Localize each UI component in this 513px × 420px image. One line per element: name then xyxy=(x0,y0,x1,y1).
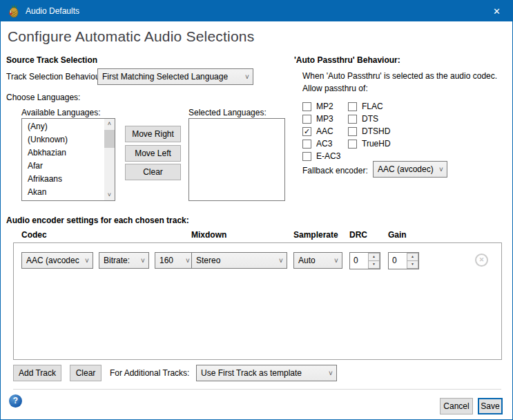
passthru-option-dts[interactable]: DTS xyxy=(348,115,391,124)
gain-stepper[interactable]: 0 ▲ ▼ xyxy=(388,252,419,269)
cancel-button[interactable]: Cancel xyxy=(440,398,473,414)
checkbox-checked-icon[interactable]: ✓ xyxy=(302,127,311,136)
passthru-option-flac[interactable]: FLAC xyxy=(348,102,391,111)
chevron-down-icon: ˅ xyxy=(331,257,342,265)
checkbox-icon[interactable] xyxy=(302,152,311,161)
checkbox-label: FLAC xyxy=(362,102,383,111)
clear-languages-button[interactable]: Clear xyxy=(125,164,181,180)
auto-passthru-section-title: 'Auto Passthru' Behaviour: xyxy=(294,55,400,65)
codec-column-header: Codec xyxy=(21,230,47,240)
passthru-checkbox-column-1: MP2MP3✓AACAC3E-AC3 xyxy=(302,102,340,161)
available-languages-list[interactable]: (Any)(Unknown)AbkhazianAfarAfrikaansAkan… xyxy=(21,118,115,201)
passthru-option-truehd[interactable]: TrueHD xyxy=(348,140,391,149)
checkbox-icon[interactable] xyxy=(302,140,311,149)
spin-down-icon[interactable]: ▼ xyxy=(368,260,380,269)
page-title: Configure Automatic Audio Selections xyxy=(8,28,254,45)
list-item[interactable]: (Unknown) xyxy=(22,133,104,146)
scroll-down-icon[interactable]: ˅ xyxy=(104,190,115,200)
checkbox-label: MP3 xyxy=(316,115,333,124)
drc-stepper[interactable]: 0 ▲ ▼ xyxy=(349,252,380,269)
choose-languages-label: Choose Languages: xyxy=(6,93,80,102)
bitrate-select[interactable]: 160 ˅ xyxy=(155,252,194,269)
save-button[interactable]: Save xyxy=(478,398,503,414)
spin-down-icon[interactable]: ▼ xyxy=(407,260,418,269)
fallback-encoder-select[interactable]: AAC (avcodec) ˅ xyxy=(373,161,447,178)
list-item[interactable]: Afrikaans xyxy=(22,173,104,186)
codec-select[interactable]: AAC (avcodec ˅ xyxy=(21,252,93,269)
close-icon[interactable]: ✕ xyxy=(481,1,512,21)
mixdown-value: Stereo xyxy=(192,256,275,265)
checkbox-icon[interactable] xyxy=(348,127,357,136)
list-item[interactable]: Afar xyxy=(22,160,104,173)
list-item[interactable]: Akan xyxy=(22,186,104,199)
selected-languages-list[interactable] xyxy=(188,118,285,201)
checkbox-label: AAC xyxy=(316,127,333,136)
checkbox-icon[interactable] xyxy=(348,102,357,111)
additional-tracks-label: For Additional Tracks: xyxy=(110,368,189,378)
additional-tracks-select[interactable]: Use First Track as template ˅ xyxy=(196,365,337,381)
chevron-down-icon: ˅ xyxy=(436,166,447,173)
checkbox-icon[interactable] xyxy=(302,115,311,124)
move-left-button[interactable]: Move Left xyxy=(125,145,181,162)
selected-languages-label: Selected Languages: xyxy=(188,108,267,117)
passthru-option-aac[interactable]: ✓AAC xyxy=(302,127,340,136)
additional-tracks-value: Use First Track as template xyxy=(197,368,325,378)
available-languages-label: Available Languages: xyxy=(21,108,101,117)
passthru-option-mp3[interactable]: MP3 xyxy=(302,115,340,124)
fallback-encoder-value: AAC (avcodec) xyxy=(374,164,436,174)
audio-defaults-dialog: Audio Defaults ✕ Configure Automatic Aud… xyxy=(0,0,513,420)
samplerate-column-header: Samplerate xyxy=(293,230,338,240)
mixdown-column-header: Mixdown xyxy=(191,230,226,240)
scroll-up-icon[interactable]: ˄ xyxy=(104,119,115,129)
handbrake-logo-icon xyxy=(7,4,21,18)
clear-tracks-button[interactable]: Clear xyxy=(70,365,101,381)
add-track-button[interactable]: Add Track xyxy=(13,365,61,381)
samplerate-value: Auto xyxy=(294,256,331,265)
drc-value: 0 xyxy=(350,253,368,269)
auto-passthru-description-2: Allow passthru of: xyxy=(302,84,368,93)
checkbox-icon[interactable] xyxy=(348,115,357,124)
checkbox-icon[interactable] xyxy=(348,140,357,149)
passthru-checkbox-column-2: FLACDTSDTSHDTrueHD xyxy=(348,102,391,149)
checkbox-label: AC3 xyxy=(316,140,332,149)
help-icon[interactable]: ? xyxy=(9,394,22,408)
passthru-option-e-ac3[interactable]: E-AC3 xyxy=(302,152,340,161)
drc-spin-buttons: ▲ ▼ xyxy=(368,253,380,269)
passthru-option-dtshd[interactable]: DTSHD xyxy=(348,127,391,136)
auto-passthru-description-1: When 'Auto Passthru' is selected as the … xyxy=(302,71,497,81)
chevron-down-icon: ˅ xyxy=(81,257,93,265)
move-right-button[interactable]: Move Right xyxy=(125,126,181,142)
track-selection-behaviour-value: First Matching Selected Language xyxy=(98,72,242,82)
window-title: Audio Defaults xyxy=(26,1,79,21)
passthru-option-mp2[interactable]: MP2 xyxy=(302,102,340,111)
checkbox-label: DTSHD xyxy=(362,127,390,136)
gain-value: 0 xyxy=(389,253,407,269)
bitrate-type-select[interactable]: Bitrate: ˅ xyxy=(99,252,149,269)
passthru-option-ac3[interactable]: AC3 xyxy=(302,140,340,149)
track-selection-behaviour-select[interactable]: First Matching Selected Language ˅ xyxy=(97,68,253,85)
drc-column-header: DRC xyxy=(349,230,367,240)
samplerate-select[interactable]: Auto ˅ xyxy=(293,252,342,269)
spin-up-icon[interactable]: ▲ xyxy=(407,253,418,260)
gain-spin-buttons: ▲ ▼ xyxy=(407,253,418,269)
checkbox-label: E-AC3 xyxy=(316,152,340,161)
track-selection-behaviour-label: Track Selection Behaviour: xyxy=(6,72,105,82)
available-languages-scrollbar[interactable]: ˄ ˅ xyxy=(104,119,115,200)
checkbox-icon[interactable] xyxy=(302,102,311,111)
scrollbar-thumb[interactable] xyxy=(104,130,115,148)
checkbox-label: MP2 xyxy=(316,102,333,111)
spin-up-icon[interactable]: ▲ xyxy=(368,253,380,260)
encoder-settings-section-title: Audio encoder settings for each chosen t… xyxy=(6,216,189,225)
fallback-encoder-label: Fallback encoder: xyxy=(302,166,368,175)
list-item[interactable]: Abkhazian xyxy=(22,146,104,160)
bitrate-value: 160 xyxy=(155,256,182,265)
chevron-down-icon: ˅ xyxy=(137,257,148,265)
mixdown-select[interactable]: Stereo ˅ xyxy=(191,252,287,269)
checkbox-label: DTS xyxy=(362,115,378,124)
checkbox-label: TrueHD xyxy=(362,140,391,149)
list-item[interactable]: (Any) xyxy=(22,120,104,133)
codec-value: AAC (avcodec xyxy=(22,256,81,265)
remove-track-icon[interactable]: ✕ xyxy=(475,254,488,267)
bitrate-type-value: Bitrate: xyxy=(99,256,137,265)
available-languages-items: (Any)(Unknown)AbkhazianAfarAfrikaansAkan xyxy=(22,120,104,200)
